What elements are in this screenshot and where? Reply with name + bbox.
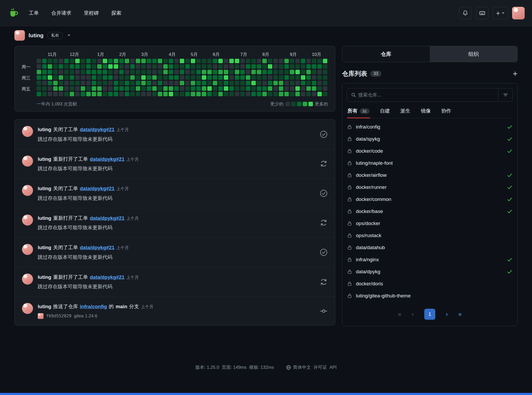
pagination-first-button[interactable]: « [398,311,401,317]
repo-list-item[interactable]: docker/base [347,205,513,217]
feed-user-avatar[interactable] [22,215,33,226]
feed-timestamp: 上个月 [126,216,139,221]
heatmap-cell [229,59,234,63]
heatmap-cell [119,92,124,96]
panel-tab[interactable]: 仓库 [342,46,430,62]
heatmap-cell [196,75,201,80]
feed-user-avatar[interactable] [22,126,33,137]
repo-list-item[interactable]: luting/gitea-github-theme [347,290,513,302]
feed-actor-link[interactable]: luting [38,245,51,250]
lock-icon [347,161,352,166]
lock-icon [347,197,352,202]
heatmap-cell [191,75,195,80]
repo-filter-tab[interactable]: 派生 [400,106,411,118]
repo-list-item[interactable]: docker/runner [347,181,513,193]
feed-target-link[interactable]: data/dpykg#21 [80,245,115,250]
feed-user-avatar[interactable] [22,274,33,285]
repo-filter-button[interactable] [498,88,512,102]
notifications-button[interactable] [459,7,472,19]
feed-user-avatar[interactable] [22,185,33,196]
repo-list-item[interactable]: luting/maple-font [347,157,513,169]
nav-link[interactable]: 里程碑 [84,10,99,17]
user-avatar-menu[interactable] [512,7,525,19]
feed-target-link[interactable]: infra/config [80,304,107,309]
feed-target-link[interactable]: data/dpykg#21 [90,156,124,162]
heatmap-cell [141,70,146,74]
repo-list-item[interactable]: docker/common [347,193,513,205]
repo-filter-tab[interactable]: 协作 [441,106,452,118]
repo-list-item[interactable]: data/datahub [347,242,513,254]
nav-link[interactable]: 合并请求 [51,10,71,17]
profile-context-bar: luting 私有 [0,26,532,43]
feed-target-link[interactable]: data/dpykg#21 [80,127,115,132]
language-selector[interactable]: 简体中文 [286,364,311,370]
heatmap-cell [235,75,239,80]
heatmap-cell [103,64,107,69]
heatmap-cell [202,70,206,74]
feed-actor-link[interactable]: luting [38,186,51,191]
nav-link[interactable]: 探索 [111,10,121,17]
heatmap-cell [70,64,74,69]
profile-dropdown-caret[interactable] [68,35,70,36]
panel-tab[interactable]: 组织 [430,46,517,62]
keyboard-shortcuts-button[interactable] [476,7,488,19]
heatmap-cell [191,81,195,85]
api-link[interactable]: API [329,365,336,370]
heatmap-cell [185,59,190,63]
feed-target-link[interactable]: data/dpykg#21 [80,186,115,191]
feed-target-link[interactable]: data/dpykg#21 [90,274,124,280]
heatmap-grid [37,59,327,97]
heatmap-cell [246,70,250,74]
heatmap-cell [240,92,245,96]
add-repo-button[interactable]: + [513,70,518,78]
search-repos-input[interactable] [358,92,498,98]
create-new-button[interactable]: + [493,7,508,19]
profile-username: luting [29,32,44,39]
pagination-next-button[interactable]: › [446,311,448,317]
heatmap-month-label: 3月 [141,51,148,57]
feed-actor-link[interactable]: luting [38,215,51,221]
heatmap-cell [257,64,261,69]
heatmap-cell [268,86,272,91]
feed-actor-link[interactable]: luting [38,127,51,132]
heatmap-cell [163,86,168,91]
heatmap-cell [70,59,74,63]
gitea-logo[interactable] [7,7,20,20]
pagination-last-button[interactable]: » [458,311,462,317]
feed-actor-link[interactable]: luting [38,304,51,309]
repo-filter-tab[interactable]: 所有31 [347,106,370,118]
repo-list-item[interactable]: docker/doris [347,278,513,290]
repo-name: docker/base [356,209,383,214]
heatmap-cell [213,59,217,63]
repo-list-item[interactable]: docker/code [347,145,513,157]
repo-list-item[interactable]: infra/nginx [347,254,513,266]
repo-filter-tab[interactable]: 镜像 [420,106,431,118]
pagination-prev-button[interactable]: ‹ [412,311,414,317]
feed-actor-link[interactable]: luting [38,274,51,280]
heatmap-cell [59,81,63,85]
license-link[interactable]: 许可证 [313,364,327,370]
repo-filter-tab[interactable]: 自建 [379,106,390,118]
heatmap-cell [97,75,102,80]
filter-tab-label: 协作 [441,108,451,114]
commit-sha-link[interactable]: f69d552029 [46,313,71,318]
pagination-current-page[interactable]: 1 [424,309,435,320]
heatmap-cell [268,70,272,74]
feed-target-link[interactable]: data/dpykg#21 [90,215,124,221]
repo-list-item[interactable]: ops/rustack [347,229,513,242]
nav-link[interactable]: 工单 [29,10,39,17]
activity-feed-card: luting关闭了工单data/dpykg#21上个月跳过存在版本可能导致未更新… [14,119,335,325]
repo-list-item[interactable]: data/spykg [347,133,513,145]
heatmap-cell [136,92,140,96]
repo-list-item[interactable]: ops/docker [347,217,513,229]
heatmap-cell [75,70,80,74]
feed-user-avatar[interactable] [22,303,33,314]
heatmap-cell [290,86,294,91]
repo-list-item[interactable]: data/dpykg [347,266,513,278]
feed-user-avatar[interactable] [22,156,33,167]
feed-user-avatar[interactable] [22,244,33,255]
repo-list-item[interactable]: infra/config [347,121,513,133]
repo-list-item[interactable]: docker/airflow [347,169,513,181]
heatmap-cell [262,70,267,74]
feed-actor-link[interactable]: luting [38,156,51,162]
